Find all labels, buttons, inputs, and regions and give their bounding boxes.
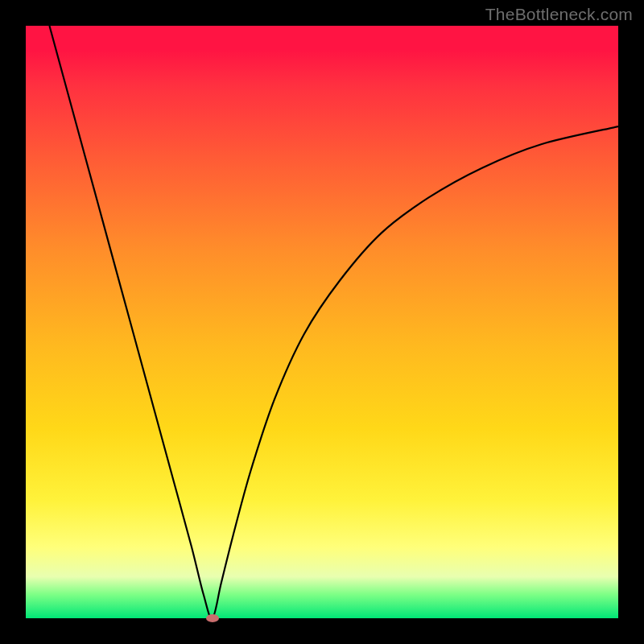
chart-frame: TheBottleneck.com xyxy=(0,0,644,644)
curve-path xyxy=(49,26,618,618)
plot-area xyxy=(26,26,618,618)
watermark-text: TheBottleneck.com xyxy=(485,5,633,24)
bottleneck-curve xyxy=(26,26,618,618)
optimum-marker xyxy=(206,614,219,622)
